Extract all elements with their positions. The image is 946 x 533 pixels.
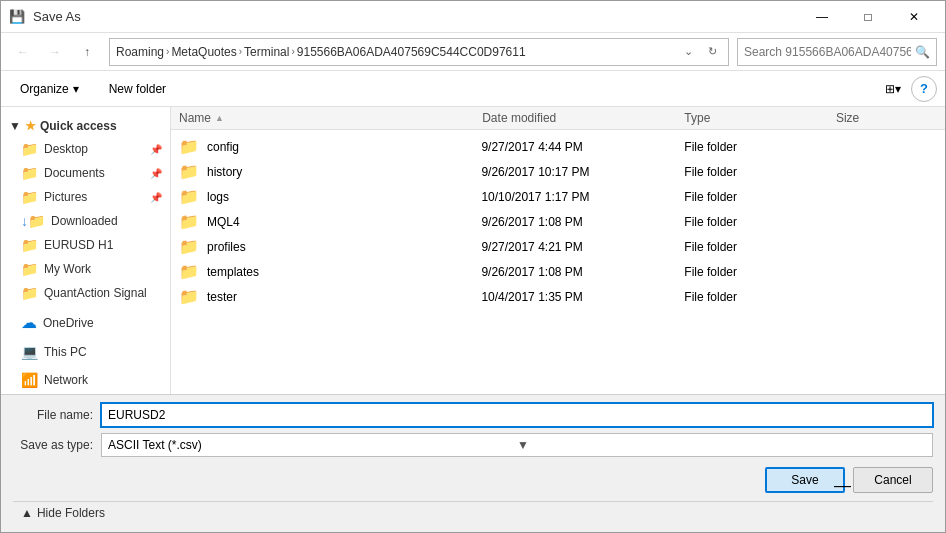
row-name: 📁 templates: [179, 262, 477, 281]
saveastype-select[interactable]: ASCII Text (*.csv) ▼: [101, 433, 933, 457]
quick-access-star-icon: ★: [25, 119, 36, 133]
row-name-text: config: [207, 140, 239, 154]
address-bar[interactable]: Roaming › MetaQuotes › Terminal › 915566…: [109, 38, 729, 66]
view-icon: ⊞: [885, 82, 895, 96]
column-size-header[interactable]: Size: [836, 111, 937, 125]
view-button[interactable]: ⊞ ▾: [879, 76, 907, 102]
sidebar-item-quantaction-label: QuantAction Signal: [44, 286, 147, 300]
file-list: Name ▲ Date modified Type Size 📁 config …: [171, 107, 945, 394]
table-row[interactable]: 📁 tester 10/4/2017 1:35 PM File folder: [171, 284, 945, 309]
row-folder-icon: 📁: [179, 137, 199, 156]
breadcrumb-terminal[interactable]: Terminal: [244, 45, 289, 59]
breadcrumb-metaquotes[interactable]: MetaQuotes: [171, 45, 236, 59]
organize-toolbar: Organize ▾ New folder ⊞ ▾ ?: [1, 71, 945, 107]
row-name-text: history: [207, 165, 242, 179]
row-name: 📁 profiles: [179, 237, 477, 256]
sidebar-item-downloaded[interactable]: ↓📁 Downloaded: [1, 209, 170, 233]
row-folder-icon: 📁: [179, 262, 199, 281]
pictures-folder-icon: 📁: [21, 189, 38, 205]
table-row[interactable]: 📁 logs 10/10/2017 1:17 PM File folder: [171, 184, 945, 209]
row-name-text: templates: [207, 265, 259, 279]
column-type-label: Type: [684, 111, 710, 125]
row-name-text: logs: [207, 190, 229, 204]
view-arrow: ▾: [895, 82, 901, 96]
column-type-header[interactable]: Type: [684, 111, 836, 125]
close-button[interactable]: ✕: [891, 1, 937, 33]
breadcrumb-sep3: ›: [291, 46, 294, 57]
row-date: 9/26/2017 10:17 PM: [481, 165, 680, 179]
save-label: Save: [791, 473, 818, 487]
quick-access-header[interactable]: ▼ ★ Quick access: [1, 115, 170, 137]
hide-folders-arrow: ▲: [21, 506, 33, 520]
sidebar-item-thispc[interactable]: 💻 This PC: [1, 340, 170, 364]
help-button[interactable]: ?: [911, 76, 937, 102]
table-row[interactable]: 📁 templates 9/26/2017 1:08 PM File folde…: [171, 259, 945, 284]
main-content: ▼ ★ Quick access 📁 Desktop 📌 📁 Documents…: [1, 107, 945, 394]
refresh-button[interactable]: ↻: [702, 42, 722, 62]
row-name-text: tester: [207, 290, 237, 304]
organize-button[interactable]: Organize ▾: [9, 76, 90, 102]
row-date: 9/27/2017 4:44 PM: [481, 140, 680, 154]
hide-folders-button[interactable]: ▲ Hide Folders: [13, 501, 933, 524]
quick-access-label: Quick access: [40, 119, 117, 133]
cancel-button[interactable]: Cancel: [853, 467, 933, 493]
row-folder-icon: 📁: [179, 237, 199, 256]
title-bar-left: 💾 Save As: [9, 9, 81, 25]
sidebar-item-mywork[interactable]: 📁 My Work: [1, 257, 170, 281]
breadcrumb-hash[interactable]: 915566BA06ADA407569C544CC0D97611: [297, 45, 526, 59]
row-type: File folder: [684, 140, 833, 154]
breadcrumb-roaming[interactable]: Roaming: [116, 45, 164, 59]
organize-label: Organize: [20, 82, 69, 96]
sidebar-item-documents-label: Documents: [44, 166, 105, 180]
column-name-header[interactable]: Name ▲: [179, 111, 482, 125]
saveastype-row: Save as type: ASCII Text (*.csv) ▼: [13, 433, 933, 457]
sidebar-item-eurusd[interactable]: 📁 EURUSD H1: [1, 233, 170, 257]
table-row[interactable]: 📁 MQL4 9/26/2017 1:08 PM File folder: [171, 209, 945, 234]
new-folder-button[interactable]: New folder: [98, 76, 177, 102]
sidebar: ▼ ★ Quick access 📁 Desktop 📌 📁 Documents…: [1, 107, 171, 394]
thispc-icon: 💻: [21, 344, 38, 360]
row-folder-icon: 📁: [179, 287, 199, 306]
search-bar: 🔍: [737, 38, 937, 66]
downloaded-folder-icon: ↓📁: [21, 213, 45, 229]
sidebar-item-documents[interactable]: 📁 Documents 📌: [1, 161, 170, 185]
sidebar-item-quantaction[interactable]: 📁 QuantAction Signal: [1, 281, 170, 305]
row-name-text: profiles: [207, 240, 246, 254]
column-date-header[interactable]: Date modified: [482, 111, 684, 125]
address-dropdown-button[interactable]: ⌄: [678, 42, 698, 62]
onedrive-section: ☁ OneDrive: [1, 309, 170, 336]
forward-button[interactable]: →: [41, 38, 69, 66]
row-folder-icon: 📁: [179, 162, 199, 181]
sidebar-item-pictures[interactable]: 📁 Pictures 📌: [1, 185, 170, 209]
column-size-label: Size: [836, 111, 859, 125]
row-name: 📁 logs: [179, 187, 477, 206]
table-row[interactable]: 📁 history 9/26/2017 10:17 PM File folder: [171, 159, 945, 184]
maximize-button[interactable]: □: [845, 1, 891, 33]
row-type: File folder: [684, 190, 833, 204]
table-row[interactable]: 📁 profiles 9/27/2017 4:21 PM File folder: [171, 234, 945, 259]
table-row[interactable]: 📁 config 9/27/2017 4:44 PM File folder: [171, 134, 945, 159]
minimize-button[interactable]: —: [799, 1, 845, 33]
onedrive-icon: ☁: [21, 313, 37, 332]
sort-arrow: ▲: [215, 113, 224, 123]
title-bar: 💾 Save As — □ ✕: [1, 1, 945, 33]
sidebar-item-mywork-label: My Work: [44, 262, 91, 276]
network-icon: 📶: [21, 372, 38, 388]
sidebar-item-desktop[interactable]: 📁 Desktop 📌: [1, 137, 170, 161]
row-type: File folder: [684, 240, 833, 254]
up-button[interactable]: ↑: [73, 38, 101, 66]
sidebar-item-pictures-label: Pictures: [44, 190, 87, 204]
filename-input[interactable]: [101, 403, 933, 427]
row-date: 10/10/2017 1:17 PM: [481, 190, 680, 204]
column-date-label: Date modified: [482, 111, 556, 125]
search-icon: 🔍: [915, 45, 930, 59]
back-button[interactable]: ←: [9, 38, 37, 66]
search-input[interactable]: [744, 45, 911, 59]
row-type: File folder: [684, 265, 833, 279]
row-type: File folder: [684, 165, 833, 179]
sidebar-item-network[interactable]: 📶 Network: [1, 368, 170, 392]
bottom-actions: Save ⸻ Cancel: [13, 463, 933, 495]
sidebar-item-onedrive[interactable]: ☁ OneDrive: [1, 309, 170, 336]
save-button[interactable]: Save ⸻: [765, 467, 845, 493]
mywork-folder-icon: 📁: [21, 261, 38, 277]
